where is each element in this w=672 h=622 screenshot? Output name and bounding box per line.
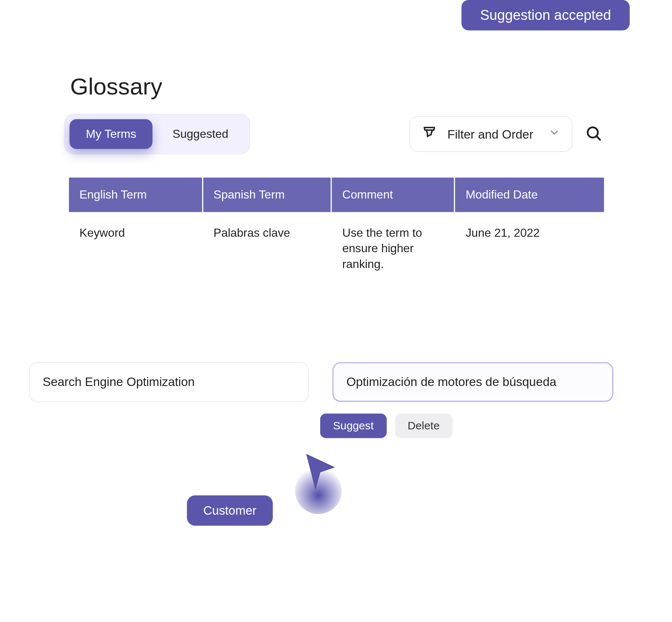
toast-text: Suggestion accepted [480, 7, 611, 23]
presence-user-label: Customer [203, 504, 257, 517]
glossary-table: English Term Spanish Term Comment Modifi… [68, 178, 605, 278]
source-term-input[interactable] [29, 362, 309, 402]
tab-suggested-label: Suggested [172, 127, 228, 140]
col-comment: Comment [332, 178, 454, 212]
table-header-row: English Term Spanish Term Comment Modifi… [69, 178, 604, 212]
toast-suggestion-accepted: Suggestion accepted [461, 0, 630, 31]
cell-modified: June 21, 2022 [455, 212, 604, 278]
cell-english: Keyword [69, 212, 202, 278]
filter-and-order-dropdown[interactable]: Filter and Order [410, 116, 572, 152]
filter-label: Filter and Order [447, 127, 533, 141]
tab-my-terms[interactable]: My Terms [69, 119, 153, 149]
target-term-input[interactable] [332, 362, 613, 402]
fields-row [29, 362, 613, 402]
cell-spanish: Palabras clave [203, 212, 330, 278]
glossary-panel: Glossary My Terms Suggested [47, 50, 626, 331]
tab-my-terms-label: My Terms [86, 127, 136, 140]
delete-button[interactable]: Delete [395, 414, 453, 438]
tabs: My Terms Suggested [64, 114, 250, 154]
suggest-button[interactable]: Suggest [320, 414, 387, 438]
col-modified: Modified Date [455, 178, 604, 212]
delete-button-label: Delete [408, 419, 440, 432]
filter-icon [422, 125, 437, 143]
suggest-button-label: Suggest [333, 419, 374, 432]
page-title: Glossary [70, 74, 626, 100]
col-spanish: Spanish Term [203, 178, 330, 212]
tab-suggested[interactable]: Suggested [156, 119, 245, 149]
toolbar: My Terms Suggested Filter and Order [64, 114, 604, 154]
presence-user-tag: Customer [187, 495, 273, 526]
table-row[interactable]: Keyword Palabras clave Use the term to e… [69, 212, 604, 278]
svg-line-1 [597, 136, 600, 140]
chevron-down-icon [548, 127, 560, 142]
suggestion-form-panel: Suggest Delete [6, 326, 647, 455]
remote-cursor-icon [292, 450, 345, 508]
toolbar-right: Filter and Order [410, 116, 604, 152]
form-button-row: Suggest Delete [320, 414, 614, 438]
search-button[interactable] [583, 124, 604, 144]
col-english: English Term [69, 178, 202, 212]
cell-comment: Use the term to ensure higher ranking. [332, 212, 454, 278]
search-icon [585, 124, 603, 144]
